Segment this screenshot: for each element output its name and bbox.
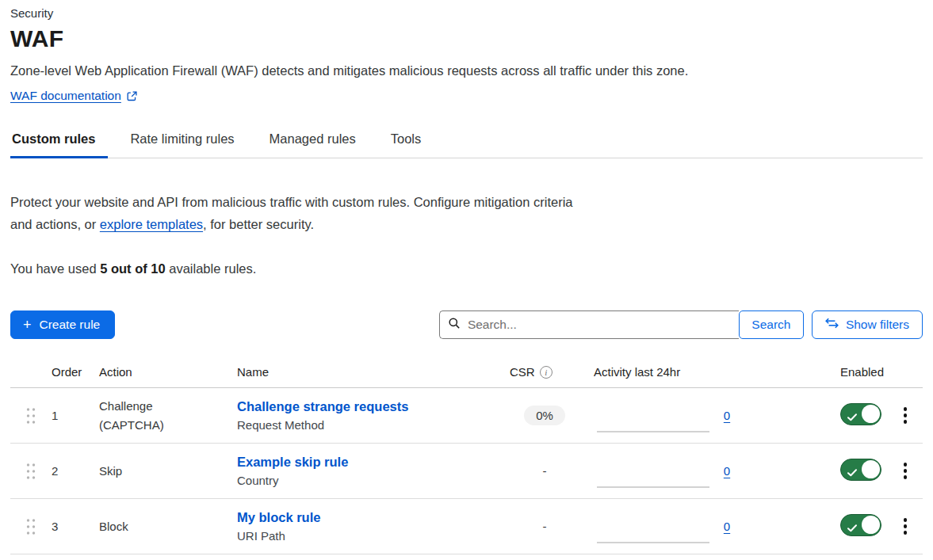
create-rule-button[interactable]: + Create rule — [10, 310, 115, 339]
kebab-menu-icon[interactable] — [900, 459, 911, 482]
swap-arrows-icon — [825, 318, 839, 332]
table-header-row: Order Action Name CSR i Activity last 24… — [10, 361, 923, 388]
plus-icon: + — [23, 318, 32, 332]
tab-tools[interactable]: Tools — [389, 131, 423, 158]
waf-documentation-link[interactable]: WAF documentation — [10, 89, 121, 103]
col-header-csr: CSR — [510, 365, 535, 379]
checkmark-icon — [847, 521, 857, 535]
tab-custom-rules[interactable]: Custom rules — [10, 131, 97, 158]
rule-field: Country — [237, 474, 505, 487]
usage-text: You have used 5 out of 10 available rule… — [10, 261, 923, 276]
csr-badge: 0% — [524, 406, 565, 425]
drag-handle-icon[interactable] — [10, 518, 52, 535]
rule-order: 2 — [52, 464, 99, 478]
search-box — [439, 310, 739, 339]
activity-sparkline — [597, 431, 709, 432]
enabled-toggle[interactable] — [840, 403, 881, 425]
external-link-icon — [126, 90, 138, 102]
tab-managed-rules[interactable]: Managed rules — [268, 131, 358, 158]
table-row: 3 Block My block rule URI Path - 0 — [10, 499, 923, 554]
explore-templates-link[interactable]: explore templates — [100, 217, 203, 231]
toggle-knob — [862, 405, 880, 423]
show-filters-button[interactable]: Show filters — [812, 310, 923, 339]
rule-action: Skip — [99, 462, 194, 481]
col-header-enabled: Enabled — [840, 365, 888, 379]
table-row: 2 Skip Example skip rule Country - 0 — [10, 444, 923, 499]
rule-name-link[interactable]: Example skip rule — [237, 455, 348, 469]
usage-after: available rules. — [166, 261, 257, 276]
col-header-activity: Activity last 24hr — [584, 365, 711, 379]
drag-handle-icon[interactable] — [10, 407, 52, 425]
tab-bar: Custom rules Rate limiting rules Managed… — [10, 131, 923, 158]
breadcrumb-security: Security — [10, 6, 923, 20]
activity-count-link[interactable]: 0 — [724, 520, 730, 533]
drag-handle-icon[interactable] — [10, 463, 52, 480]
rule-order: 1 — [52, 409, 99, 422]
search-input[interactable] — [468, 318, 731, 332]
csr-value: - — [543, 520, 547, 533]
page-description: Zone-level Web Application Firewall (WAF… — [10, 63, 923, 78]
rules-table: Order Action Name CSR i Activity last 24… — [10, 361, 923, 554]
intro-text: Protect your website and API from malici… — [10, 191, 593, 235]
search-button[interactable]: Search — [739, 310, 804, 339]
csr-value: - — [543, 464, 547, 478]
rule-action: Block — [99, 517, 194, 536]
checkmark-icon — [847, 410, 857, 424]
toggle-knob — [862, 460, 880, 478]
create-rule-label: Create rule — [40, 318, 101, 332]
search-icon — [448, 317, 461, 333]
activity-count-link[interactable]: 0 — [724, 409, 730, 422]
rule-field: Request Method — [237, 418, 505, 432]
table-row: 1 Challenge (CAPTCHA) Challenge strange … — [10, 388, 923, 444]
rule-name-link[interactable]: Challenge strange requests — [237, 399, 408, 413]
activity-count-link[interactable]: 0 — [724, 464, 730, 478]
col-header-name: Name — [237, 365, 505, 379]
rule-name-link[interactable]: My block rule — [237, 510, 320, 524]
tab-rate-limiting-rules[interactable]: Rate limiting rules — [128, 131, 235, 158]
usage-before: You have used — [10, 261, 100, 276]
activity-sparkline — [597, 542, 709, 543]
kebab-menu-icon[interactable] — [900, 515, 911, 538]
toggle-knob — [862, 516, 880, 534]
checkmark-icon — [847, 466, 857, 479]
rules-toolbar: + Create rule Search — [10, 310, 923, 339]
enabled-toggle[interactable] — [840, 459, 881, 481]
rule-field: URI Path — [237, 529, 505, 543]
rule-action: Challenge (CAPTCHA) — [99, 397, 194, 435]
page-title: WAF — [10, 25, 923, 52]
waf-page: Security WAF Zone-level Web Application … — [0, 0, 933, 554]
activity-sparkline — [597, 486, 709, 488]
info-icon[interactable]: i — [540, 366, 553, 379]
usage-count: 5 out of 10 — [100, 261, 166, 276]
kebab-menu-icon[interactable] — [900, 404, 911, 427]
show-filters-label: Show filters — [846, 318, 909, 332]
col-header-order: Order — [52, 365, 99, 379]
rule-order: 3 — [52, 520, 99, 533]
enabled-toggle[interactable] — [840, 514, 881, 536]
col-header-action: Action — [99, 365, 237, 379]
intro-after: , for better security. — [203, 217, 314, 231]
